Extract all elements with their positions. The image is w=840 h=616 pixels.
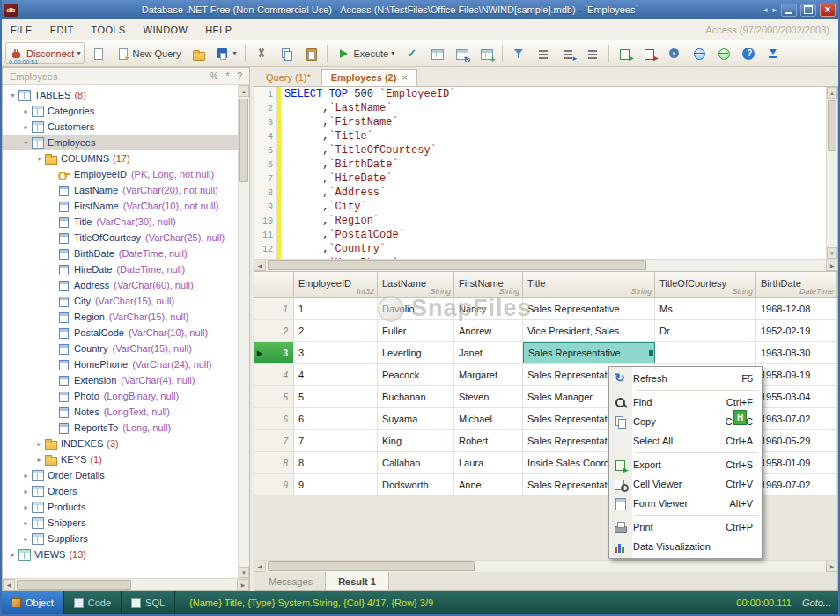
editor-line[interactable]: 5 ,`TitleOfCourtesy` — [254, 143, 826, 158]
save-caret-icon[interactable] — [232, 49, 236, 57]
expand-icon[interactable]: ▸ — [21, 488, 31, 495]
cell-firstname[interactable]: Andrew — [454, 320, 523, 341]
scroll-down-icon[interactable] — [827, 247, 837, 259]
grid-hscrollbar[interactable] — [254, 560, 838, 572]
cell-title[interactable]: Sales Representative — [523, 342, 655, 363]
export-grid-button[interactable] — [614, 42, 637, 64]
tree-item-reportsto[interactable]: ReportsTo(Long, null) — [3, 420, 238, 436]
editor-vscrollbar[interactable] — [826, 87, 837, 259]
cell-employeeid[interactable]: 3 — [294, 342, 378, 363]
scrollbar-thumb[interactable] — [239, 99, 248, 182]
new-query-button[interactable]: New Query — [111, 42, 185, 64]
cell-lastname[interactable]: Peacock — [378, 364, 454, 385]
scroll-right-icon[interactable] — [237, 579, 249, 590]
row-number[interactable]: 4 — [254, 364, 294, 385]
context-menu-item-form-viewer[interactable]: Form ViewerAlt+V — [611, 494, 760, 513]
cell-birthdate[interactable]: 1969-07-02 — [756, 474, 837, 495]
cell-employeeid[interactable]: 4 — [294, 364, 378, 385]
scroll-up-icon[interactable] — [827, 87, 837, 99]
cell-firstname[interactable]: Anne — [454, 474, 523, 495]
export-document-button[interactable] — [638, 42, 661, 64]
collapse-icon[interactable]: ▾ — [21, 139, 31, 147]
context-menu-item-find[interactable]: FindCtrl+F — [611, 392, 760, 412]
filter-help-icon[interactable]: ? — [237, 71, 242, 81]
column-header-birthdate[interactable]: BirthDateDateTime — [756, 272, 837, 297]
cell-firstname[interactable]: Nancy — [454, 298, 523, 319]
tree-item-orders[interactable]: ▸Orders — [3, 483, 238, 499]
tree-item-region[interactable]: Region(VarChar(15), null) — [3, 309, 238, 325]
expand-icon[interactable]: ▸ — [34, 456, 44, 464]
menu-file[interactable]: FILE — [11, 25, 33, 35]
cell-birthdate[interactable]: 1955-03-04 — [756, 386, 837, 407]
row-number[interactable]: 9 — [254, 474, 294, 495]
tab-query-1[interactable]: Query (1)* — [256, 69, 321, 86]
tree-item-categories[interactable]: ▸Categories — [3, 103, 238, 119]
cell-titleofcourtesy[interactable] — [655, 342, 756, 363]
tree-item-indexes[interactable]: ▸INDEXES(3) — [3, 436, 238, 451]
scrollbar-thumb[interactable] — [17, 580, 131, 590]
cell-lastname[interactable]: Suyama — [378, 408, 454, 429]
column-header-firstname[interactable]: FirstNameString — [454, 272, 523, 297]
cell-employeeid[interactable]: 8 — [294, 452, 378, 473]
tree-item-views[interactable]: ▸VIEWS(13) — [3, 546, 238, 562]
comment-button[interactable] — [581, 42, 604, 64]
row-number[interactable]: 1 — [254, 298, 294, 319]
cell-birthdate[interactable]: 1963-08-30 — [756, 342, 837, 363]
cell-employeeid[interactable]: 5 — [294, 386, 378, 407]
column-header-title[interactable]: TitleString — [523, 272, 655, 297]
row-number[interactable]: 3 — [254, 342, 294, 363]
download-button[interactable] — [762, 42, 785, 64]
table-row[interactable]: 33LeverlingJanetSales Representative1963… — [254, 342, 837, 364]
titlebar[interactable]: db Database .NET Free (Non-Commercial Us… — [2, 0, 838, 19]
panel-tab-object[interactable]: Object — [2, 591, 64, 614]
expand-icon[interactable]: ▸ — [21, 503, 31, 511]
tab-messages[interactable]: Messages — [256, 572, 325, 590]
scroll-down-icon[interactable] — [239, 567, 249, 578]
disconnect-caret-icon[interactable] — [77, 49, 80, 57]
filter-button[interactable] — [507, 42, 530, 64]
cell-birthdate[interactable]: 1952-02-19 — [756, 320, 837, 341]
datasheet-add-button[interactable]: + — [475, 42, 497, 64]
cell-employeeid[interactable]: 6 — [294, 408, 378, 429]
editor-line[interactable]: 6 ,`BirthDate` — [254, 158, 826, 172]
cell-titleofcourtesy[interactable]: Dr. — [655, 320, 756, 341]
tab-close-icon[interactable] — [402, 72, 407, 83]
panel-tab-code[interactable]: Code — [64, 591, 122, 614]
goto-link[interactable]: Goto... — [802, 598, 831, 608]
tree-item-employeeid[interactable]: EmployeeID(PK, Long, not null) — [3, 166, 238, 182]
editor-line[interactable]: 7 ,`HireDate` — [254, 172, 826, 186]
cell-employeeid[interactable]: 2 — [294, 320, 378, 341]
menu-edit[interactable]: EDIT — [50, 25, 74, 35]
row-number[interactable]: 6 — [254, 408, 294, 429]
tree-item-extension[interactable]: Extension(VarChar(4), null) — [3, 372, 238, 388]
column-header-titleofcourtesy[interactable]: TitleOfCourtesyString — [655, 272, 756, 297]
tree-item-employees[interactable]: ▾Employees — [3, 135, 238, 150]
datasheet-refresh-button[interactable]: ↻ — [450, 42, 473, 64]
edit-connection-button[interactable] — [86, 42, 109, 64]
table-row[interactable]: 22FullerAndrewVice President, SalesDr.19… — [254, 320, 837, 342]
tree-item-firstname[interactable]: FirstName(VarChar(10), not null) — [3, 198, 238, 214]
tree-item-city[interactable]: City(VarChar(15), null) — [3, 293, 238, 309]
scroll-up-icon[interactable] — [239, 85, 249, 97]
tree-item-shippers[interactable]: ▸Shippers — [3, 515, 238, 531]
cell-birthdate[interactable]: 1958-09-19 — [756, 364, 837, 385]
column-header-lastname[interactable]: LastNameString — [378, 272, 454, 297]
grid-corner[interactable] — [254, 272, 294, 297]
editor-line[interactable]: 3 ,`FirstName` — [254, 115, 826, 129]
context-menu-item-refresh[interactable]: RefreshF5 — [611, 369, 760, 388]
context-menu-item-select-all[interactable]: Select AllCtrl+A — [611, 431, 760, 451]
save-button[interactable] — [211, 42, 240, 64]
cell-lastname[interactable]: Buchanan — [378, 386, 454, 407]
cell-lastname[interactable]: Leverling — [378, 342, 454, 363]
cut-button[interactable] — [250, 42, 273, 64]
cell-birthdate[interactable]: 1958-01-09 — [756, 452, 837, 473]
tree-item-columns[interactable]: ▾COLUMNS(17) — [3, 150, 238, 166]
context-menu-item-cell-viewer[interactable]: Cell ViewerCtrl+V — [611, 474, 760, 494]
scroll-left-icon[interactable] — [254, 260, 266, 271]
tree-item-notes[interactable]: Notes(LongText, null) — [3, 404, 238, 420]
tree-item-postalcode[interactable]: PostalCode(VarChar(10), null) — [3, 325, 238, 341]
editor-line[interactable]: 10 ,`Region` — [254, 214, 826, 228]
table-row[interactable]: 11DavolioNancySales RepresentativeMs.196… — [254, 298, 837, 320]
minimize-button[interactable] — [781, 4, 797, 17]
scrollbar-thumb[interactable] — [268, 561, 475, 571]
